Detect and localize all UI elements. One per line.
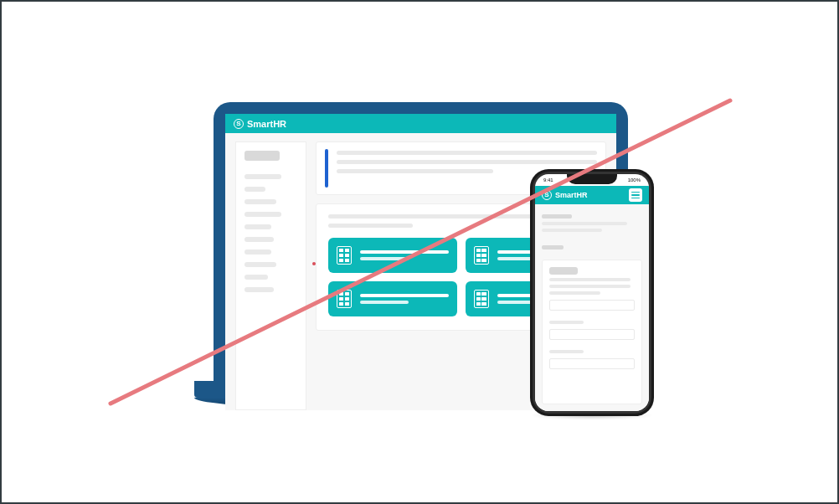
form-card-placeholder — [542, 260, 642, 404]
phone-topbar: S SmartHR — [535, 186, 649, 204]
heading-placeholder — [542, 245, 564, 249]
text-line-placeholder — [328, 224, 413, 228]
input-placeholder — [549, 358, 635, 369]
sidebar-item-placeholder — [244, 262, 276, 267]
feature-tile — [328, 281, 457, 316]
tile-text-placeholder — [360, 250, 449, 260]
heading-placeholder — [542, 214, 572, 219]
building-icon — [474, 246, 489, 265]
text-line-placeholder — [337, 151, 597, 155]
input-placeholder — [549, 300, 635, 311]
label-placeholder — [549, 321, 584, 324]
sidebar-item-placeholder — [244, 275, 268, 280]
brand-logo: S SmartHR — [234, 119, 286, 129]
sidebar-item-placeholder — [244, 199, 276, 204]
sidebar-item-placeholder — [244, 212, 281, 217]
phone-section-placeholder — [542, 242, 642, 253]
accent-bar — [325, 149, 328, 188]
illustration-stage: S SmartHR — [2, 2, 837, 502]
text-line-placeholder — [549, 291, 600, 295]
text-line-placeholder — [337, 160, 597, 164]
status-battery: 100% — [628, 177, 641, 183]
phone-notch — [567, 174, 617, 184]
status-time: 9:41 — [543, 177, 553, 183]
sidebar-item-placeholder — [244, 287, 274, 292]
phone-screen: 9:41 100% S SmartHR — [535, 174, 649, 411]
brand-icon: S — [542, 190, 552, 200]
sidebar-item-placeholder — [244, 249, 271, 255]
sidebar-item-placeholder — [244, 224, 271, 229]
phone-mockup: 9:41 100% S SmartHR — [530, 169, 654, 416]
sidebar-heading-placeholder — [244, 151, 280, 161]
building-icon — [474, 290, 489, 308]
label-placeholder — [549, 350, 584, 353]
brand-name: SmartHR — [555, 191, 588, 199]
text-line-placeholder — [542, 229, 602, 232]
feature-tile — [328, 238, 457, 273]
text-line-placeholder — [549, 278, 631, 281]
hamburger-menu-icon — [629, 188, 642, 202]
text-line-placeholder — [337, 169, 493, 173]
building-icon — [337, 290, 352, 308]
brand-logo: S SmartHR — [542, 190, 588, 200]
phone-body — [535, 204, 649, 411]
text-line-placeholder — [328, 214, 562, 219]
building-icon — [337, 246, 352, 265]
sidebar — [235, 141, 306, 410]
text-line-placeholder — [542, 222, 627, 225]
sidebar-item-placeholder — [244, 237, 274, 242]
chip-placeholder — [549, 267, 578, 275]
phone-section-placeholder — [542, 211, 642, 235]
sidebar-item-placeholder — [244, 187, 265, 192]
input-placeholder — [549, 329, 635, 340]
brand-icon: S — [234, 119, 244, 129]
sidebar-item-placeholder — [244, 174, 281, 179]
tile-text-placeholder — [360, 294, 449, 304]
text-line-placeholder — [549, 285, 631, 288]
app-topbar: S SmartHR — [225, 114, 616, 133]
brand-name: SmartHR — [247, 119, 286, 129]
